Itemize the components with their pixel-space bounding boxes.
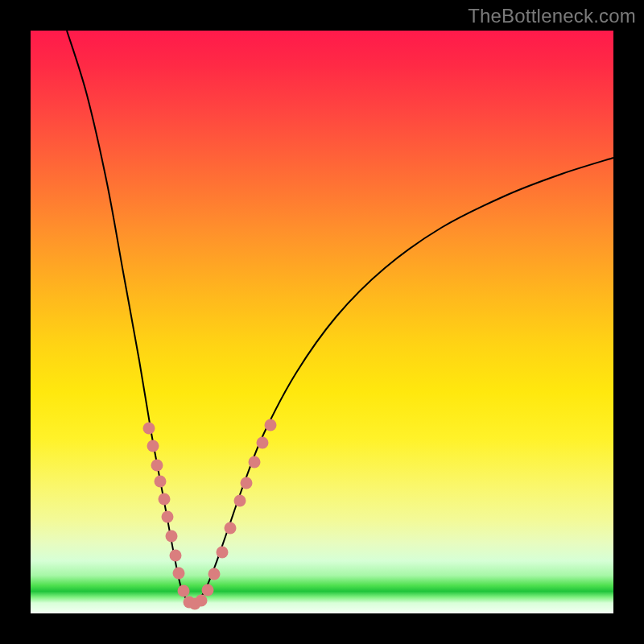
data-dot <box>217 547 229 559</box>
data-dot <box>265 419 277 431</box>
data-dot <box>166 530 178 543</box>
data-dot <box>196 595 208 607</box>
v-curve-path <box>67 31 613 604</box>
data-dot <box>241 477 253 489</box>
curve-svg <box>31 31 613 613</box>
data-dot <box>147 440 159 452</box>
data-dot <box>257 437 269 449</box>
data-dot <box>249 456 261 469</box>
data-dot <box>225 522 237 535</box>
watermark-text: TheBottleneck.com <box>468 5 636 27</box>
data-dot <box>155 476 167 488</box>
data-dot <box>178 585 190 597</box>
data-dot <box>173 568 185 580</box>
data-dot <box>162 511 174 523</box>
data-dot <box>208 568 221 580</box>
data-dot <box>159 493 171 506</box>
data-dot <box>151 460 163 472</box>
data-dot <box>202 584 214 597</box>
plot-area <box>31 31 613 613</box>
data-dot <box>170 550 182 562</box>
data-dot <box>143 423 155 435</box>
data-dot <box>234 495 246 507</box>
chart-frame: TheBottleneck.com <box>0 0 644 644</box>
